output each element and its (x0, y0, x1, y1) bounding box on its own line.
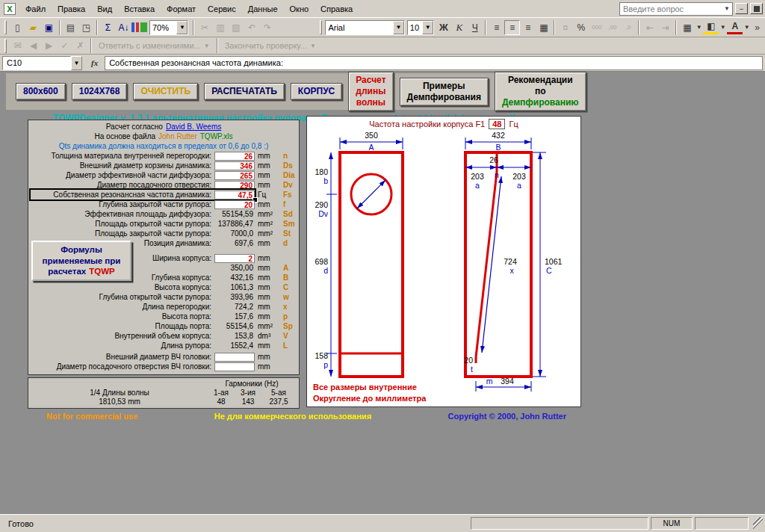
formula-input[interactable]: Собственная резонансная частота динамика… (105, 56, 763, 70)
reject-change-icon[interactable]: ✗ (72, 38, 88, 53)
question-dropdown-icon[interactable]: ▼ (722, 5, 732, 12)
copy-icon[interactable]: ▥ (212, 20, 228, 35)
toolbar-options-icon[interactable]: » (751, 22, 764, 33)
open-folder-icon[interactable]: ▰ (25, 20, 41, 35)
name-box[interactable]: C10 (2, 56, 71, 70)
formulas-button[interactable]: Формулы применяемые при расчетахTQWP (31, 241, 131, 281)
print-preview-icon[interactable]: ◳ (78, 20, 94, 35)
param-row: Площадь закрытой части рупора:7000,0mm²S… (31, 229, 297, 238)
action-button-800x600[interactable]: 800x600 (16, 83, 66, 100)
menu-item[interactable]: Данные (242, 1, 284, 16)
tuning-frequency-label: Частота настройки корпуса F1 (369, 120, 485, 129)
merge-center-icon[interactable]: ▦ (536, 20, 551, 35)
action-button-1024x768[interactable]: 1024X768 (72, 83, 128, 100)
redo-icon[interactable]: ↷ (259, 20, 275, 35)
menu-item[interactable]: Сервис (202, 1, 242, 16)
chart-wizard-icon[interactable] (131, 22, 147, 32)
fill-color-dropdown-icon[interactable]: ▼ (719, 20, 727, 35)
font-color-dropdown-icon[interactable]: ▼ (743, 20, 751, 35)
minimize-window-button[interactable]: − (735, 3, 748, 14)
param-unit: mm (255, 239, 279, 247)
reviewing-toolbar-grip[interactable] (4, 39, 7, 53)
param-input[interactable]: 2 (214, 254, 255, 263)
param-value: 697,6 (214, 239, 255, 248)
param-input[interactable] (214, 353, 255, 362)
menu-item[interactable]: Правка (52, 1, 91, 16)
autosum-icon[interactable]: Σ (100, 20, 116, 35)
question-placeholder: Введите вопрос (623, 4, 684, 13)
restore-window-button[interactable] (750, 3, 763, 14)
author-link[interactable]: David B. Weems (166, 123, 221, 131)
zoom-combobox[interactable]: 70% ▼ (149, 20, 189, 35)
percent-icon[interactable]: % (573, 20, 589, 35)
formatting-toolbar-grip[interactable] (320, 20, 322, 34)
param-row-main: Высота порта:157,6 (31, 312, 255, 321)
menu-item[interactable]: Вид (91, 1, 118, 16)
decrease-indent-icon[interactable]: ⇤ (642, 20, 657, 35)
save-icon[interactable]: ▣ (41, 20, 57, 35)
print-icon[interactable]: ▤ (63, 20, 78, 35)
param-row-main: Площадь закрытой части рупора:7000,0 (31, 229, 255, 238)
param-input[interactable]: 47,5 (214, 191, 255, 200)
param-input[interactable]: 26 (214, 152, 255, 161)
param-input[interactable]: 290 (214, 181, 255, 190)
param-input[interactable] (214, 362, 255, 371)
align-left-icon[interactable]: ≡ (489, 20, 504, 35)
sort-ascending-icon[interactable]: А↓ (116, 20, 131, 35)
paste-icon[interactable]: ▨ (228, 20, 244, 35)
currency-icon[interactable]: ¤ (557, 20, 573, 35)
increase-indent-icon[interactable]: ⇥ (657, 20, 673, 35)
accept-change-icon[interactable]: ✓ (57, 38, 72, 53)
borders-icon[interactable]: ▦ (679, 20, 695, 35)
action-button-clear[interactable]: ОЧИСТИТЬ (133, 83, 198, 100)
excel-app-icon[interactable]: X (4, 3, 16, 15)
menu-item[interactable]: Вставка (118, 1, 161, 16)
fill-color-icon[interactable]: ◧ (703, 21, 719, 34)
underline-icon[interactable]: Ч (467, 20, 483, 35)
param-input[interactable]: 265 (214, 171, 255, 180)
font-name-combobox[interactable]: Arial ▼ (325, 20, 404, 35)
param-input[interactable]: 346 (214, 161, 255, 170)
action-button-korpus[interactable]: КОРПУС (291, 83, 342, 100)
action-button-wave-length[interactable]: Расчет длиныволны (348, 72, 393, 111)
menu-item[interactable]: Окно (284, 1, 315, 16)
action-button-damping-recommendations[interactable]: Рекомендации поДемпфированию (495, 72, 586, 111)
zoom-dropdown-icon[interactable]: ▼ (176, 21, 188, 34)
font-size-dropdown-icon[interactable]: ▼ (422, 21, 433, 34)
align-center-icon[interactable]: ≡ (504, 20, 520, 35)
toolbar-grip[interactable] (4, 20, 7, 34)
param-input[interactable]: 20 (214, 200, 255, 209)
end-review-button[interactable]: Закончить проверку... ▼ (220, 40, 320, 52)
font-color-icon[interactable]: А (727, 21, 743, 34)
reply-with-changes-button[interactable]: Ответить с изменениями... ▼ (94, 40, 214, 52)
menu-item[interactable]: Справка (315, 1, 359, 16)
create-comment-icon[interactable]: ✉ (10, 38, 25, 53)
font-size-combobox[interactable]: 10 ▼ (407, 20, 434, 35)
param-label: Внутренний объем корпуса: (31, 332, 214, 340)
comma-style-icon[interactable]: 000 (589, 20, 604, 35)
italic-icon[interactable]: К (451, 20, 467, 35)
next-change-icon[interactable]: ▶ (41, 38, 57, 53)
help-question-input[interactable]: Введите вопрос ▼ (619, 2, 733, 16)
cut-icon[interactable]: ✂ (196, 20, 212, 35)
menu-item[interactable]: Файл (19, 1, 52, 16)
dim-symbol-b: b (323, 176, 328, 185)
font-name-dropdown-icon[interactable]: ▼ (393, 21, 404, 34)
align-right-icon[interactable]: ≡ (520, 20, 536, 35)
new-document-icon[interactable]: ▯ (10, 20, 25, 35)
increase-decimal-icon[interactable]: ,00 (604, 20, 620, 35)
param-label: Глубина закрытой части рупора: (31, 200, 214, 208)
bold-icon[interactable]: Ж (436, 20, 451, 35)
param-unit: mm (255, 264, 279, 272)
undo-icon[interactable]: ↶ (244, 20, 259, 35)
previous-change-icon[interactable]: ◀ (25, 38, 41, 53)
insert-function-icon[interactable]: fx (91, 58, 98, 67)
borders-dropdown-icon[interactable]: ▼ (695, 20, 703, 35)
standard-icons-right: ✂▥▨↶↷ (196, 20, 275, 35)
name-box-dropdown-icon[interactable]: ▼ (71, 56, 82, 70)
resize-grip[interactable] (753, 517, 763, 530)
menu-item[interactable]: Формат (161, 1, 202, 16)
action-button-print-sheet[interactable]: РАСПЕЧАТАТЬ (204, 83, 285, 100)
decrease-decimal-icon[interactable]: ,0 (620, 20, 636, 35)
action-button-damping-examples[interactable]: ПримерыДемпфирования (400, 78, 489, 106)
